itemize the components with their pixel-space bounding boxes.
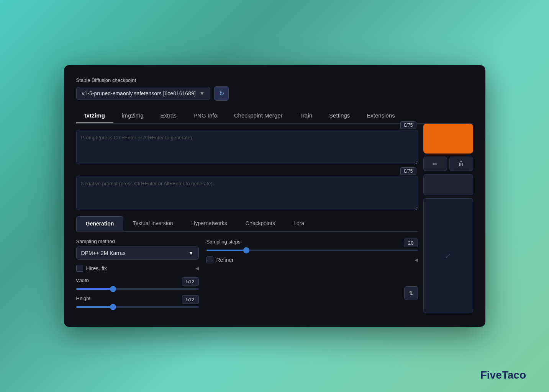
width-label: Width (76, 278, 89, 283)
subtab-checkpoints[interactable]: Checkpoints (236, 216, 284, 231)
controls-grid: Sampling method DPM++ 2M Karras ▼ Hires.… (76, 238, 418, 313)
sampling-method-dropdown[interactable]: DPM++ 2M Karras ▼ (76, 247, 199, 260)
steps-value: 20 (404, 238, 418, 247)
trash-icon: 🗑 (458, 160, 464, 167)
refiner-checkbox[interactable] (206, 256, 213, 263)
generate-button[interactable] (423, 124, 473, 154)
prompt-section: 0/75 (76, 130, 418, 166)
tab-extensions[interactable]: Extensions (358, 108, 403, 123)
subtab-hypernetworks[interactable]: Hypernetworks (182, 216, 236, 231)
negative-prompt-section: 0/75 (76, 176, 418, 212)
neg-prompt-token-count: 0/75 (400, 167, 416, 175)
hires-fix-collapse-icon[interactable]: ◀ (195, 266, 199, 271)
steps-slider-track[interactable] (206, 250, 418, 251)
sampling-method-value: DPM++ 2M Karras (81, 250, 126, 256)
watermark: FiveTaco (480, 369, 526, 381)
subtab-lora[interactable]: Lora (284, 216, 313, 231)
right-panel: ✏ 🗑 ⤢ (423, 124, 473, 313)
dropdown-arrow-icon: ▼ (200, 90, 205, 96)
checkpoint-dropdown[interactable]: v1-5-pruned-emaonly.safetensors [6ce0161… (76, 87, 211, 100)
width-slider-track[interactable] (76, 288, 199, 290)
height-header: Height 512 (76, 295, 199, 304)
subtab-textual-inversion[interactable]: Textual Inversion (123, 216, 182, 231)
width-section: Width 512 (76, 277, 199, 290)
sub-tabs: Generation Textual Inversion Hypernetwor… (76, 216, 418, 232)
refiner-label: Refiner (216, 257, 234, 263)
refiner-row: Refiner ◀ (206, 256, 418, 263)
hires-fix-item: Hires. fix ◀ (76, 265, 199, 272)
refresh-button[interactable]: ↻ (214, 86, 229, 101)
hires-fix-checkbox[interactable] (76, 265, 83, 272)
checkpoint-row: v1-5-pruned-emaonly.safetensors [6ce0161… (76, 86, 473, 101)
width-header: Width 512 (76, 277, 199, 286)
sampling-method-label: Sampling method (76, 238, 199, 244)
refiner-item: Refiner ◀ (206, 256, 418, 263)
extra-side-button (423, 174, 473, 195)
right-controls: Sampling steps 20 Refiner ◀ (206, 238, 418, 313)
height-value: 512 (182, 295, 199, 304)
swap-dimensions-button[interactable]: ⇅ (404, 286, 418, 300)
height-slider-fill (76, 306, 113, 308)
steps-label: Sampling steps (206, 239, 241, 245)
left-panel: 0/75 0/75 Generation Textual Inversion H… (76, 124, 418, 313)
sampling-method-arrow-icon: ▼ (188, 250, 194, 256)
output-image-area: ⤢ (423, 198, 473, 313)
width-slider-thumb[interactable] (110, 286, 116, 292)
trash-button[interactable]: 🗑 (449, 157, 473, 171)
hires-fix-label: Hires. fix (86, 265, 107, 271)
swap-area: ⇅ (206, 286, 418, 300)
subtab-generation[interactable]: Generation (76, 216, 124, 231)
refiner-collapse-icon[interactable]: ◀ (415, 257, 418, 263)
width-slider-fill (76, 288, 113, 290)
tab-extras[interactable]: Extras (152, 108, 185, 123)
pencil-icon: ✏ (433, 160, 438, 168)
steps-slider-thumb[interactable] (243, 247, 249, 253)
prompt-token-count: 0/75 (400, 121, 416, 129)
height-slider-track[interactable] (76, 306, 199, 308)
hires-refiner-row: Hires. fix ◀ (76, 265, 199, 272)
tab-settings[interactable]: Settings (321, 108, 358, 123)
tab-pnginfo[interactable]: PNG Info (185, 108, 226, 123)
sampling-steps-section: Sampling steps 20 (206, 238, 418, 251)
tab-txt2img[interactable]: txt2img (76, 108, 113, 123)
prompt-input[interactable] (76, 130, 418, 164)
refresh-icon: ↻ (219, 90, 224, 97)
steps-slider-fill (206, 250, 247, 251)
steps-header: Sampling steps 20 (206, 238, 418, 247)
left-controls: Sampling method DPM++ 2M Karras ▼ Hires.… (76, 238, 199, 313)
main-content: 0/75 0/75 Generation Textual Inversion H… (76, 124, 473, 313)
height-label: Height (76, 296, 91, 301)
side-buttons-row: ✏ 🗑 (423, 157, 473, 171)
height-slider-thumb[interactable] (110, 304, 116, 310)
swap-icon: ⇅ (409, 290, 413, 296)
tab-train[interactable]: Train (291, 108, 321, 123)
output-expand-icon: ⤢ (445, 251, 451, 260)
checkpoint-label: Stable Diffusion checkpoint (76, 77, 473, 83)
app-window: Stable Diffusion checkpoint v1-5-pruned-… (64, 65, 485, 327)
negative-prompt-input[interactable] (76, 176, 418, 210)
height-section: Height 512 (76, 295, 199, 308)
width-value: 512 (182, 277, 199, 286)
tab-img2img[interactable]: img2img (113, 108, 152, 123)
checkpoint-value: v1-5-pruned-emaonly.safetensors [6ce0161… (82, 90, 196, 96)
tab-checkpoint-merger[interactable]: Checkpoint Merger (226, 108, 291, 123)
pencil-button[interactable]: ✏ (423, 157, 447, 171)
